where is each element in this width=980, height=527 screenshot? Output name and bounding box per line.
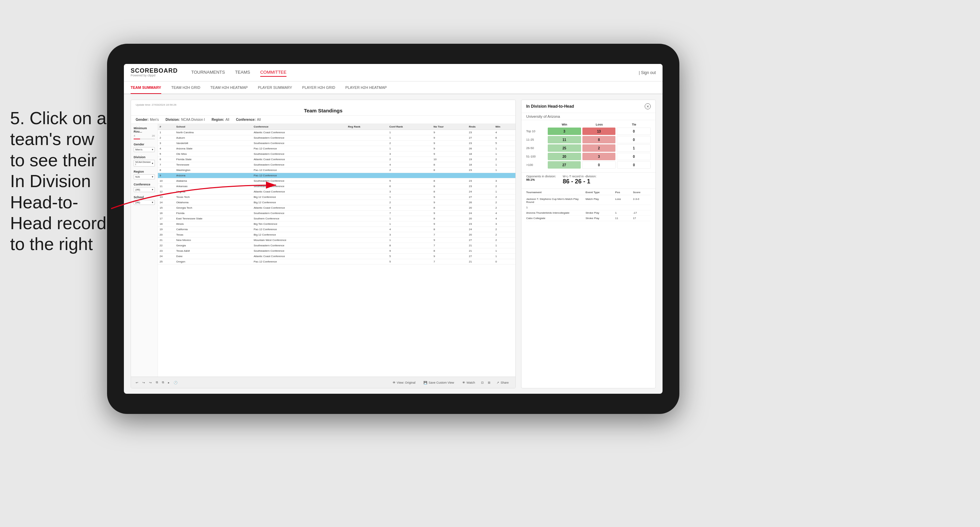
wlt-row-1125: 11-25 11 8 0: [526, 136, 651, 143]
close-button[interactable]: ✕: [645, 103, 651, 110]
logo-sub: Powered by clippd: [130, 74, 178, 78]
filter-division: Division: NCAA Division I: [165, 118, 205, 122]
tab-team-h2h-grid[interactable]: TEAM H2H GRID: [171, 82, 200, 94]
table-row[interactable]: 12 Virginia Atlantic Coast Conference 3 …: [158, 189, 515, 195]
view-original-button[interactable]: 👁 View: Original: [391, 380, 417, 385]
standings-panel: Update time: 27/03/2024 16:56:26 Team St…: [130, 100, 516, 388]
h2h-title: In Division Head-to-Head: [526, 104, 574, 109]
tablet-shell: SCOREBOARD Powered by clippd TOURNAMENTS…: [107, 44, 679, 414]
standings-table: # School Conference Reg Rank Conf Rank N…: [158, 124, 515, 265]
toolbar-redo[interactable]: ↪: [149, 381, 152, 384]
tournament-row-1: Jackson T. Stephens Cup Men's Match Play…: [526, 197, 651, 205]
col-rank: #: [158, 124, 175, 130]
table-row[interactable]: 24 Duke Atlantic Coast Conference 5 9 27…: [158, 254, 515, 259]
table-row[interactable]: 16 Florida Southeastern Conference 7 9 2…: [158, 211, 515, 216]
toolbar-redo-prev[interactable]: ↪: [142, 381, 145, 384]
opponents-section: Opponents in division: 99.1% W-L-T recor…: [522, 172, 655, 189]
table-row[interactable]: 1 North Carolina Atlantic Coast Conferen…: [158, 130, 515, 135]
toolbar-more[interactable]: ▸: [168, 381, 170, 384]
tab-player-h2h-grid[interactable]: PLAYER H2H GRID: [302, 82, 335, 94]
filter-row: Gender: Men's Division: NCAA Division I …: [131, 116, 515, 124]
toolbar-copy[interactable]: ⧉: [156, 381, 158, 384]
table-area: # School Conference Reg Rank Conf Rank N…: [158, 124, 515, 376]
toolbar-paste[interactable]: ⧉: [162, 381, 164, 384]
nav-items: TOURNAMENTS TEAMS COMMITTEE: [191, 68, 628, 77]
tab-team-summary[interactable]: TEAM SUMMARY: [130, 82, 161, 94]
tournament-section: Tournament Event Type Pos Score Jackson …: [522, 189, 655, 388]
table-row[interactable]: 2 Auburn Southeastern Conference 1 9 27 …: [158, 135, 515, 141]
toolbar-clock[interactable]: 🕐: [174, 381, 177, 384]
table-row[interactable]: 4 Arizona State Pac-12 Conference 1 9 26…: [158, 146, 515, 151]
table-row[interactable]: 7 Tennessee Southeastern Conference 4 8 …: [158, 162, 515, 168]
h2h-header: In Division Head-to-Head ✕: [522, 100, 655, 113]
table-row[interactable]: 23 Texas A&M Southeastern Conference 9 8…: [158, 248, 515, 254]
tab-team-h2h-heatmap[interactable]: TEAM H2H HEATMAP: [210, 82, 248, 94]
col-rnds: Rnds: [467, 124, 494, 130]
table-row[interactable]: 25 Oregon Pac-12 Conference 5 7 21 0: [158, 259, 515, 265]
col-school: School: [175, 124, 252, 130]
wlt-row-2650: 26-50 25 2 1: [526, 144, 651, 152]
filter-gender: Gender: Men's: [136, 118, 159, 122]
tab-player-h2h-heatmap[interactable]: PLAYER H2H HEATMAP: [345, 82, 387, 94]
table-row[interactable]: 10 Alabama Southeastern Conference 5 8 2…: [158, 178, 515, 184]
filter-group-gender: Gender Men's ▾: [134, 143, 155, 152]
table-row[interactable]: 22 Georgia Southeastern Conference 8 7 2…: [158, 243, 515, 248]
filter-group-school: School (All) ▾: [134, 195, 155, 205]
wlt-row-51100: 51-100 20 3 0: [526, 153, 651, 160]
tournament-header: Tournament Event Type Pos Score: [526, 191, 651, 195]
panel-title: Team Standings: [136, 108, 511, 113]
table-row[interactable]: 17 East Tennessee State Southern Confere…: [158, 216, 515, 221]
nav-tournaments[interactable]: TOURNAMENTS: [191, 68, 225, 77]
filter-group-min-rounds: Minimum Rou... 4 20: [134, 127, 155, 139]
table-row[interactable]: 19 California Pac-12 Conference 4 8 24 2: [158, 227, 515, 232]
table-row[interactable]: 11 Arkansas Southeastern Conference 6 8 …: [158, 184, 515, 189]
sign-out-button[interactable]: | Sign out: [639, 70, 656, 75]
toolbar-icon1[interactable]: ⊡: [481, 381, 484, 384]
filter-group-conference: Conference (All) ▾: [134, 183, 155, 192]
logo-text: SCOREBOARD: [130, 68, 178, 75]
col-conf-rank: Conf Rank: [388, 124, 432, 130]
table-row[interactable]: 21 New Mexico Mountain West Conference 1…: [158, 238, 515, 243]
wlt-row-gt100: >100 27 0 0: [526, 161, 651, 168]
wlt-row-top10: Top 10 3 13 0: [526, 127, 651, 135]
tablet-screen: SCOREBOARD Powered by clippd TOURNAMENTS…: [124, 64, 663, 394]
update-time: Update time: 27/03/2024 16:56:26: [136, 103, 511, 106]
table-row[interactable]: 18 Illinois Big Ten Conference 1 9 23 3: [158, 221, 515, 227]
annotation-text: 5. Click on a team's row to see their In…: [10, 108, 111, 255]
table-row[interactable]: 15 Georgia Tech Atlantic Coast Conferenc…: [158, 205, 515, 211]
col-no-tour: No Tour: [432, 124, 467, 130]
col-reg-rank: Reg Rank: [347, 124, 388, 130]
col-win: Win: [493, 124, 515, 130]
filter-region: Region: All: [212, 118, 229, 122]
nav-teams[interactable]: TEAMS: [235, 68, 250, 77]
share-button[interactable]: ↗ Share: [495, 380, 511, 385]
nav-committee[interactable]: COMMITTEE: [260, 68, 286, 77]
panel-header: Update time: 27/03/2024 16:56:26 Team St…: [131, 100, 515, 116]
h2h-panel: In Division Head-to-Head ✕ University of…: [521, 100, 656, 388]
toolbar-icon2[interactable]: ⊞: [488, 381, 490, 384]
watch-button[interactable]: 👁 Watch: [460, 380, 477, 385]
table-row[interactable]: 3 Vanderbilt Southeastern Conference 2 9…: [158, 141, 515, 146]
toolbar-undo[interactable]: ↩: [136, 381, 138, 384]
toolbar: ↩ ↪ ↪ ⧉ ⧉ ▸ 🕐 👁 View: Original 💾 Save Cu…: [131, 376, 515, 388]
table-row[interactable]: 5 Ole Miss Southeastern Conference 3 9 1…: [158, 151, 515, 157]
table-row[interactable]: 20 Texas Big 12 Conference 3 7 20 2: [158, 232, 515, 238]
nav-bar: SCOREBOARD Powered by clippd TOURNAMENTS…: [124, 64, 663, 81]
save-custom-button[interactable]: 💾 Save Custom View: [422, 380, 456, 385]
table-row[interactable]: 8 Washington Pac-12 Conference 2 8 23 1: [158, 168, 515, 173]
table-row[interactable]: 9 Arizona Pac-12 Conference: [158, 173, 515, 178]
table-row[interactable]: 6 Florida State Atlantic Coast Conferenc…: [158, 157, 515, 162]
h2h-team-name: University of Arizona: [522, 113, 655, 120]
content-area: Minimum Rou... 4 20 Gender: [131, 124, 515, 376]
tournament-row-1b: 1: [526, 205, 651, 210]
tab-player-summary[interactable]: PLAYER SUMMARY: [258, 82, 292, 94]
main-content: Update time: 27/03/2024 16:56:26 Team St…: [124, 94, 663, 394]
filter-conference: Conference: All: [236, 118, 261, 122]
opponents-row: Opponents in division: 99.1% W-L-T recor…: [526, 175, 651, 185]
table-row[interactable]: 14 Oklahoma Big 12 Conference 2 9 26 2: [158, 200, 515, 205]
filter-group-division: Division NCAA Division I ▾: [134, 156, 155, 167]
table-row[interactable]: 13 Texas Tech Big 12 Conference 1 9 27 2: [158, 195, 515, 200]
sub-nav: TEAM SUMMARY TEAM H2H GRID TEAM H2H HEAT…: [124, 81, 663, 94]
wlt-grid: Win Loss Tie Top 10 3 13 0 11-25 11: [522, 120, 655, 172]
tournament-row-3: Cabo Collegiate Stroke Play 11 17: [526, 216, 651, 221]
